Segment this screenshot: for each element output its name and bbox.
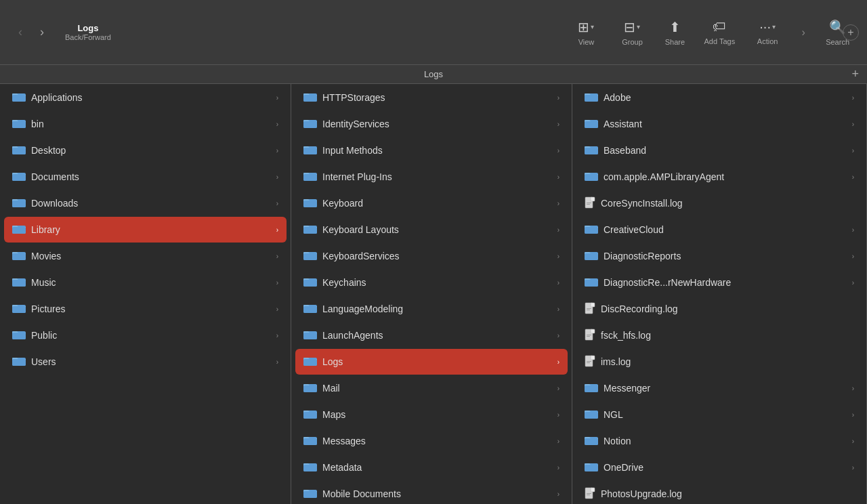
right-column-item[interactable]: ims.log	[576, 349, 862, 375]
middle-column-item[interactable]: Keyboard›	[295, 190, 568, 216]
expand-chevron-icon[interactable]: ›	[801, 26, 805, 39]
left-column-item[interactable]: Pictures›	[4, 296, 287, 322]
left-column-item-name: Desktop	[31, 145, 276, 156]
left-column-item[interactable]: bin›	[4, 111, 287, 137]
middle-column-item[interactable]: Maps›	[295, 402, 568, 427]
right-column-item[interactable]: DiscRecording.log	[576, 296, 862, 322]
column-right: Adobe› Assistant› Baseband› com.apple.AM…	[572, 84, 867, 504]
file-icon	[585, 355, 595, 369]
chevron-right-icon: ›	[852, 464, 854, 471]
column-left: Applications› bin› Desktop› Documents›	[0, 84, 291, 504]
svg-rect-89	[585, 148, 598, 154]
right-column-item[interactable]: CreativeCloud›	[576, 217, 862, 243]
view-button[interactable]: ⊞ ▾ View	[566, 15, 606, 50]
svg-rect-11	[12, 174, 26, 181]
middle-column-item[interactable]: KeyboardServices›	[295, 243, 568, 269]
right-column-item[interactable]: DiagnosticReports›	[576, 243, 862, 269]
svg-rect-107	[591, 303, 595, 307]
svg-rect-80	[303, 491, 317, 498]
right-column-item[interactable]: com.apple.AMPLibraryAgent›	[576, 164, 862, 190]
chevron-right-icon: ›	[557, 411, 559, 419]
middle-column-item[interactable]: Mail›	[295, 375, 568, 401]
middle-column-item[interactable]: Keyboard Layouts›	[295, 217, 568, 243]
back-button[interactable]: ‹	[11, 23, 30, 42]
right-column-item-name: Notion	[604, 436, 852, 446]
svg-rect-111	[591, 329, 595, 333]
left-column-item[interactable]: Downloads›	[4, 190, 287, 216]
middle-column-item[interactable]: Metadata›	[295, 455, 568, 480]
folder-icon	[585, 461, 598, 475]
chevron-right-icon: ›	[557, 173, 559, 181]
left-column-item-name: Pictures	[31, 303, 276, 314]
folder-icon	[303, 249, 317, 264]
right-column-item[interactable]: NGL›	[576, 402, 862, 427]
middle-column-item[interactable]: Logs›	[295, 349, 568, 375]
left-column-item[interactable]: Music›	[4, 270, 287, 295]
right-column-item[interactable]: Baseband›	[576, 138, 862, 163]
toolbar: ‹ › Logs Back/Forward ⊞ ▾ View ⊟ ▾ Group…	[0, 0, 867, 65]
add-tab-button[interactable]: +	[843, 24, 859, 41]
svg-rect-44	[303, 174, 317, 181]
action-button[interactable]: ··· ▾ Action	[747, 15, 788, 49]
left-column-item[interactable]: Users›	[4, 349, 287, 375]
right-column-item[interactable]: OneDrive›	[576, 455, 862, 480]
middle-column-item[interactable]: Input Methods›	[295, 138, 568, 163]
titlebar-add-button[interactable]: +	[851, 67, 859, 81]
right-column-item-name: Assistant	[604, 119, 852, 129]
left-column-item[interactable]: Desktop›	[4, 138, 287, 163]
left-column-item[interactable]: Applications›	[4, 85, 287, 110]
left-column-item[interactable]: Library›	[4, 217, 287, 243]
folder-icon	[12, 249, 26, 264]
add-tags-button[interactable]: 🏷 Add Tags	[697, 15, 742, 49]
middle-column-item[interactable]: Internet Plug-Ins›	[295, 164, 568, 190]
svg-rect-47	[303, 201, 317, 207]
column-middle: HTTPStorages› IdentityServices› Input Me…	[291, 84, 572, 504]
middle-column-item[interactable]: HTTPStorages›	[295, 85, 568, 110]
svg-rect-83	[585, 95, 598, 102]
right-column-item[interactable]: Messenger›	[576, 375, 862, 401]
middle-column-item[interactable]: LanguageModeling›	[295, 296, 568, 322]
folder-icon	[303, 223, 317, 237]
folder-icon	[303, 408, 317, 422]
nav-buttons: ‹ ›	[11, 23, 51, 42]
group-label: Group	[622, 38, 643, 46]
middle-column-item-name: Input Methods	[322, 145, 557, 156]
folder-icon	[585, 276, 598, 290]
chevron-right-icon: ›	[557, 200, 559, 207]
left-column-item[interactable]: Documents›	[4, 164, 287, 190]
left-column-item[interactable]: Public›	[4, 322, 287, 348]
view-icon: ⊞	[578, 19, 589, 35]
folder-icon	[12, 276, 26, 290]
right-column-item[interactable]: Assistant›	[576, 111, 862, 137]
svg-rect-92	[585, 174, 598, 181]
right-column-item[interactable]: PhotosUpgrade.log	[576, 481, 862, 504]
left-column-item-name: Library	[31, 224, 276, 235]
view-label: View	[578, 38, 595, 46]
right-column-item[interactable]: CoreSyncInstall.log	[576, 190, 862, 216]
chevron-right-icon: ›	[276, 332, 278, 339]
middle-column-item[interactable]: Messages›	[295, 428, 568, 454]
right-column-item[interactable]: Notion›	[576, 428, 862, 454]
folder-icon	[12, 91, 26, 105]
chevron-right-icon: ›	[557, 464, 559, 471]
folder-icon	[585, 381, 598, 396]
left-column-item[interactable]: Movies›	[4, 243, 287, 269]
group-button[interactable]: ⊟ ▾ Group	[612, 15, 652, 50]
svg-rect-108	[587, 308, 591, 309]
folder-icon	[303, 381, 317, 396]
middle-column-item[interactable]: Mobile Documents›	[295, 481, 568, 504]
svg-rect-123	[585, 412, 598, 419]
middle-column-item[interactable]: Keychains›	[295, 270, 568, 295]
right-column-item[interactable]: Adobe›	[576, 85, 862, 110]
middle-column-item[interactable]: LaunchAgents›	[295, 322, 568, 348]
middle-column-item-name: Mail	[322, 383, 557, 394]
window-path-title: Logs	[424, 69, 443, 79]
middle-column-item[interactable]: IdentityServices›	[295, 111, 568, 137]
share-button[interactable]: ⬆ Share	[658, 15, 692, 50]
chevron-right-icon: ›	[276, 226, 278, 234]
chevron-right-icon: ›	[557, 490, 559, 498]
forward-button[interactable]: ›	[33, 23, 51, 42]
right-column-item[interactable]: fsck_hfs.log	[576, 322, 862, 348]
right-column-item[interactable]: DiagnosticRe...rNewHardware›	[576, 270, 862, 295]
chevron-right-icon: ›	[276, 173, 278, 181]
